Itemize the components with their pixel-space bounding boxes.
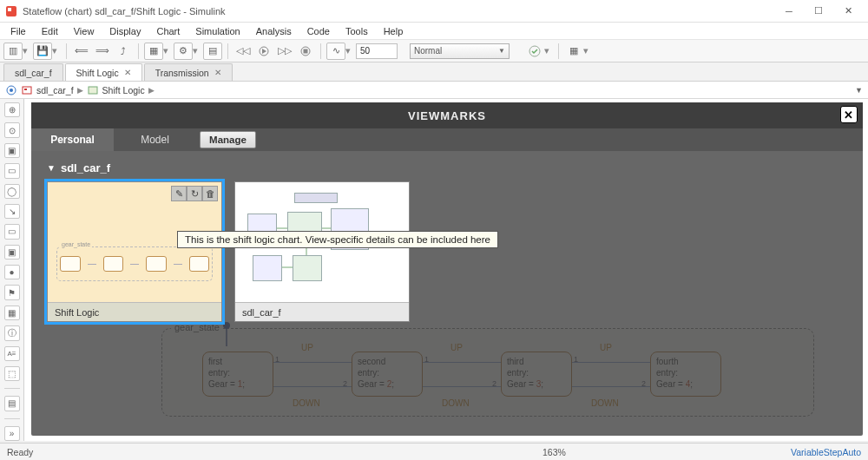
stop-time-input[interactable] [356,43,398,59]
model-config-button[interactable]: ⚙ [174,43,193,60]
tab-label: Transmission [155,68,209,78]
close-button[interactable]: ✕ [833,2,863,21]
menu-code[interactable]: Code [300,24,337,38]
palette-separator [4,388,20,389]
document-tabs: sdl_car_f Shift Logic✕ Transmission✕ [0,62,868,82]
viewmarks-panel: VIEWMARKS ✕ Personal Model Manage ▼ sdl_… [31,102,863,436]
crumb-root[interactable]: sdl_car_f [36,85,74,95]
book-icon[interactable]: ▤ [4,396,20,411]
menu-edit[interactable]: Edit [35,24,65,38]
viewmark-tooltip: This is the shift logic chart. View-spec… [177,231,498,248]
tab-transmission[interactable]: Transmission✕ [144,63,233,81]
image-icon[interactable]: ▣ [4,245,20,260]
viewmarks-title: VIEWMARKS [408,109,486,122]
arrow-icon[interactable]: ↘ [4,204,20,219]
model-config-dropdown[interactable]: ▾ [193,45,198,56]
sim-mode-select[interactable]: Normal▼ [410,43,510,59]
viewmarks-manage-button[interactable]: Manage [200,131,256,148]
menu-tools[interactable]: Tools [339,24,375,38]
statusbar: Ready 163% VariableStepAuto [0,443,868,460]
zoom-icon[interactable]: ⊙ [4,122,20,137]
viewmarks-thumbs: ✎ ↻ 🗑 gear_state [47,181,847,322]
viewmarks-section-header[interactable]: ▼ sdl_car_f [47,161,847,174]
breadcrumb: sdl_car_f ▶ Shift Logic ▶ ▼ [0,82,868,99]
table-icon[interactable]: ▦ [4,306,20,320]
separator [320,43,321,59]
target-icon[interactable]: ⊕ [4,102,20,117]
flag-icon[interactable]: ⚑ [4,285,20,299]
tab-close-icon[interactable]: ✕ [214,68,221,77]
scope-dropdown[interactable]: ▾ [345,45,351,56]
svg-point-8 [10,89,13,92]
stop-button[interactable] [296,43,315,60]
tab-shift-logic[interactable]: Shift Logic✕ [65,63,142,81]
thumb-caption: Shift Logic [48,302,221,321]
new-button[interactable]: ▥ [3,43,23,60]
maximize-button[interactable]: ☐ [804,2,833,21]
save-dropdown[interactable]: ▾ [52,45,57,56]
rect-icon[interactable]: ▭ [4,163,20,178]
scope-button[interactable]: ∿ [326,43,345,60]
record-icon[interactable]: ● [4,265,20,279]
tab-sdl-car-f[interactable]: sdl_car_f [3,63,63,81]
model-icon [21,84,33,96]
crumb-current[interactable]: Shift Logic [102,85,145,95]
status-zoom: 163% [542,447,566,457]
menu-help[interactable]: Help [377,24,411,38]
forward-button[interactable]: ⟹ [93,43,112,60]
window-title: Stateflow (chart) sdl_car_f/Shift Logic … [23,6,774,16]
palette-separator [4,418,20,419]
fit-icon[interactable]: ▣ [4,143,20,158]
viewmarks-tab-model[interactable]: Model [114,128,196,151]
svg-rect-11 [89,87,97,94]
info-icon[interactable]: ⓘ [4,325,20,340]
tab-label: sdl_car_f [15,68,52,78]
step-forward-button[interactable]: ▷▷ [275,43,294,60]
app-icon [5,5,17,17]
crumb-separator: ▶ [77,86,83,95]
viewmark-thumb-shift-logic[interactable]: ✎ ↻ 🗑 gear_state [47,181,222,322]
menu-analysis[interactable]: Analysis [249,24,299,38]
tab-close-icon[interactable]: ✕ [124,68,131,77]
separator [138,43,139,59]
library-dropdown[interactable]: ▾ [163,45,168,56]
label-icon[interactable]: A≡ [4,346,20,361]
save-button[interactable]: 💾 [33,43,52,60]
chart-icon [87,84,99,96]
viewmark-thumb-sdl-car-f[interactable]: sdl_car_f [234,181,410,322]
expand-icon[interactable]: » [4,426,20,441]
checkmark-button[interactable] [525,43,544,60]
checkmark-dropdown[interactable]: ▾ [544,45,549,56]
text-icon[interactable]: ▭ [4,224,20,239]
back-button[interactable]: ⟸ [72,43,91,60]
step-back-button[interactable]: ◁◁ [233,43,253,60]
window-controls: ─ ☐ ✕ [774,2,863,21]
breadcrumb-menu[interactable]: ▼ [855,86,863,95]
minimize-button[interactable]: ─ [774,2,804,21]
schedule-dropdown[interactable]: ▾ [583,45,589,56]
menu-display[interactable]: Display [102,24,148,38]
status-solver[interactable]: VariableStepAuto [791,447,861,457]
up-button[interactable]: ⤴ [114,43,133,60]
menu-view[interactable]: View [67,24,102,38]
section-label: sdl_car_f [61,161,110,174]
library-button[interactable]: ▦ [144,43,163,60]
crumb-separator: ▶ [148,86,155,95]
run-button[interactable] [254,43,273,60]
viewmarks-tab-personal[interactable]: Personal [31,128,114,151]
main-area: ⊕ ⊙ ▣ ▭ ◯ ↘ ▭ ▣ ● ⚑ ▦ ⓘ A≡ ⬚ ▤ » gear_st… [0,99,868,441]
sim-mode-value: Normal [414,46,442,56]
explorer-button[interactable]: ▤ [203,43,222,60]
menu-file[interactable]: File [3,24,33,38]
menu-simulation[interactable]: Simulation [188,24,247,38]
oval-icon[interactable]: ◯ [4,184,20,199]
nav-target-icon[interactable] [5,84,17,96]
canvas[interactable]: gear_state firstentry:Gear = 1; seconden… [24,99,868,441]
separator [558,43,559,59]
menu-chart[interactable]: Chart [149,24,187,38]
new-dropdown[interactable]: ▾ [23,45,28,56]
status-ready: Ready [7,447,33,457]
schedule-button[interactable]: ▦ [564,43,583,60]
viewmarks-close-button[interactable]: ✕ [840,106,858,123]
graph-icon[interactable]: ⬚ [4,366,20,381]
